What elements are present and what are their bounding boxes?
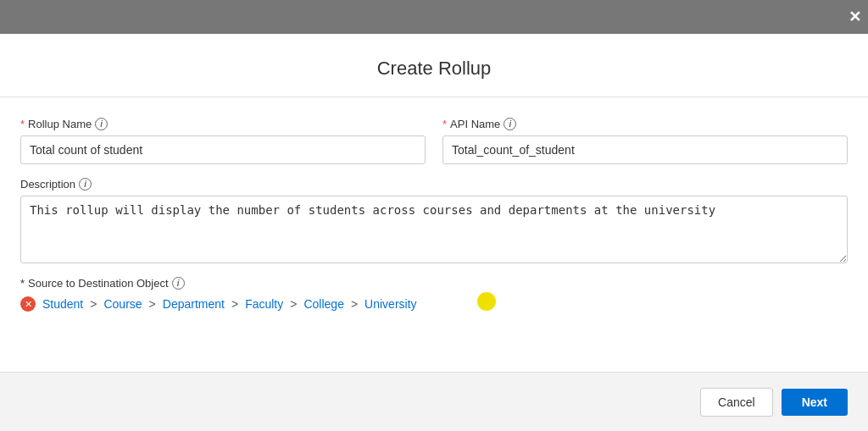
source-info-icon[interactable]: i: [172, 277, 185, 290]
rollup-name-input[interactable]: [20, 135, 426, 164]
modal-title: Create Rollup: [0, 34, 868, 97]
path-student[interactable]: Student: [42, 297, 83, 311]
cursor-indicator: [477, 292, 496, 311]
path-sep-4: >: [290, 297, 297, 311]
api-name-label-text: API Name: [450, 118, 500, 130]
api-name-group: * API Name i: [442, 118, 848, 164]
cancel-button[interactable]: Cancel: [700, 388, 773, 417]
api-required-asterisk: *: [442, 118, 447, 130]
rollup-name-info-icon[interactable]: i: [95, 118, 108, 130]
path-course[interactable]: Course: [103, 297, 142, 311]
rollup-name-label-text: Rollup Name: [28, 118, 92, 130]
path-college[interactable]: College: [303, 297, 343, 311]
required-asterisk: *: [20, 118, 25, 130]
path-faculty[interactable]: Faculty: [245, 297, 283, 311]
remove-path-icon[interactable]: ✕: [20, 296, 36, 312]
path-university[interactable]: University: [364, 297, 416, 311]
description-textarea[interactable]: This rollup will display the number of s…: [20, 196, 848, 263]
source-required-asterisk: *: [20, 277, 25, 290]
path-sep-2: >: [149, 297, 156, 311]
modal-wrapper: Create Rollup * Rollup Name i * API Name: [0, 34, 868, 431]
description-group: Description i This rollup will display t…: [20, 178, 848, 263]
modal-container: Create Rollup * Rollup Name i * API Name: [0, 34, 868, 431]
path-department[interactable]: Department: [163, 297, 225, 311]
description-label: Description i: [20, 178, 848, 191]
path-sep-3: >: [231, 297, 238, 311]
api-name-info-icon[interactable]: i: [504, 118, 516, 130]
next-button[interactable]: Next: [782, 389, 848, 416]
description-label-text: Description: [20, 178, 75, 191]
modal-body: * Rollup Name i * API Name i: [0, 97, 868, 372]
source-path-row: ✕ Student > Course > Department > Facult…: [20, 296, 848, 312]
source-label-text: Source to Destination Object: [28, 277, 168, 290]
rollup-name-group: * Rollup Name i: [20, 118, 426, 164]
path-sep-1: >: [90, 297, 97, 311]
form-row-description: Description i This rollup will display t…: [20, 178, 848, 263]
top-bar: ✕: [0, 0, 868, 34]
rollup-name-label: * Rollup Name i: [20, 118, 426, 130]
path-sep-5: >: [351, 297, 358, 311]
modal-footer: Cancel Next: [0, 372, 868, 431]
description-info-icon[interactable]: i: [79, 178, 92, 191]
form-row-names: * Rollup Name i * API Name i: [20, 118, 848, 164]
api-name-input[interactable]: [442, 135, 848, 164]
close-button[interactable]: ✕: [849, 8, 861, 26]
api-name-label: * API Name i: [442, 118, 848, 130]
source-label-row: * Source to Destination Object i: [20, 277, 848, 290]
